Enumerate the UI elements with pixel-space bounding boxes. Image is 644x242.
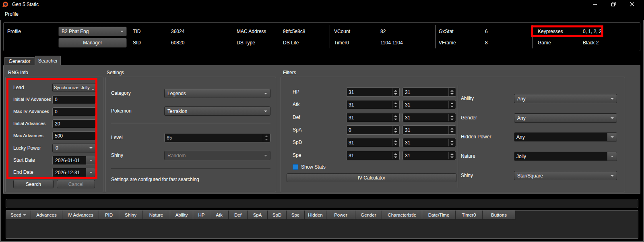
spin-buttons[interactable] — [392, 101, 399, 108]
atk-min-spinbox[interactable]: 31 — [346, 100, 400, 109]
end-date-dropdown-button[interactable] — [86, 168, 95, 177]
column-header-hp[interactable]: HP — [193, 211, 210, 220]
rng-info-title: RNG Info — [8, 70, 28, 75]
spin-up-icon — [450, 128, 454, 129]
lucky-power-combobox[interactable]: 0 — [52, 144, 96, 152]
column-header-date-time[interactable]: Date/Time — [422, 211, 456, 220]
category-combobox[interactable]: Legends — [164, 89, 270, 98]
search-button[interactable]: Search — [13, 180, 54, 188]
column-header-iv-advances[interactable]: IV Advances — [62, 211, 99, 220]
iv-calculator-label: IV Calculator — [358, 175, 386, 181]
column-header-buttons[interactable]: Buttons — [483, 211, 516, 220]
max-iv-advances-value: 0 — [55, 109, 58, 115]
restore-button[interactable] — [604, 0, 623, 9]
spin-buttons[interactable] — [392, 152, 399, 159]
stat-value: 60820 — [171, 38, 184, 48]
column-header-ability[interactable]: Ability — [170, 211, 193, 220]
spa-max-spinbox[interactable]: 31 — [402, 125, 456, 135]
column-header-characteristic[interactable]: Characteristic — [382, 211, 422, 220]
menu-item-profile[interactable]: Profile — [5, 9, 19, 20]
end-date-edit[interactable]: 2026-12-31 — [52, 168, 96, 177]
chevron-down-icon — [611, 136, 614, 138]
nature-dropdown-button[interactable] — [607, 152, 617, 161]
shiny-filter-combobox[interactable]: Star/Square — [514, 171, 617, 180]
spin-up-icon — [394, 140, 397, 142]
spin-buttons[interactable] — [448, 101, 455, 108]
column-header-spe[interactable]: Spe — [287, 211, 305, 220]
hidden-power-dropdown-button[interactable] — [607, 133, 617, 141]
spin-buttons[interactable] — [448, 114, 455, 121]
atk-min-value: 31 — [349, 102, 354, 108]
spin-buttons[interactable] — [392, 88, 399, 96]
spd-min-spinbox[interactable]: 31 — [346, 138, 400, 147]
iv-calculator-button[interactable]: IV Calculator — [287, 173, 456, 182]
shiny-setting-combobox[interactable]: Random — [164, 151, 270, 160]
initial-iv-advances-input[interactable]: 0 — [52, 95, 96, 104]
start-date-dropdown-button[interactable] — [86, 156, 95, 165]
results-table-header: Seed Advances IV Advances PID Shiny Natu… — [6, 211, 638, 220]
stat-label: VFrame — [439, 38, 456, 48]
level-spinbox[interactable]: 65 — [164, 133, 270, 142]
spin-up-icon — [394, 102, 397, 104]
cancel-button[interactable]: Cancel — [57, 180, 95, 188]
def-max-spinbox[interactable]: 31 — [402, 113, 456, 122]
lead-combobox[interactable]: Synchronize :Jolly — [52, 83, 96, 92]
hp-min-spinbox[interactable]: 31 — [346, 88, 400, 97]
def-min-spinbox[interactable]: 31 — [346, 113, 400, 122]
level-value: 65 — [167, 135, 172, 141]
spin-buttons[interactable] — [448, 126, 455, 134]
tab-searcher[interactable]: Searcher — [35, 56, 61, 65]
spin-buttons[interactable] — [392, 114, 399, 121]
spin-buttons[interactable] — [448, 88, 455, 96]
spin-buttons[interactable] — [392, 126, 399, 134]
hidden-power-combobox[interactable]: Any — [514, 132, 617, 142]
initial-advances-input[interactable]: 20 — [52, 119, 96, 128]
close-button[interactable] — [623, 0, 641, 9]
column-header-gender[interactable]: Gender — [355, 211, 382, 220]
column-header-shiny[interactable]: Shiny — [119, 211, 142, 220]
chevron-down-icon — [89, 172, 93, 173]
max-iv-advances-input[interactable]: 0 — [52, 107, 96, 116]
spe-max-spinbox[interactable]: 31 — [402, 151, 456, 160]
column-header-spa[interactable]: SpA — [248, 211, 268, 220]
column-header-timer0[interactable]: Timer0 — [456, 211, 483, 220]
spa-max-value: 31 — [405, 127, 410, 133]
start-date-edit[interactable]: 2026-01-01 — [52, 156, 96, 165]
column-header-power[interactable]: Power — [326, 211, 355, 220]
column-header-spd[interactable]: SpD — [268, 211, 287, 220]
column-header-seed[interactable]: Seed — [6, 211, 31, 220]
atk-max-spinbox[interactable]: 31 — [402, 100, 456, 109]
manager-button[interactable]: Manager — [58, 38, 127, 48]
profile-separator — [232, 25, 232, 48]
max-advances-input[interactable]: 500 — [52, 131, 96, 140]
stat-label-keypresses: Keypresses — [538, 27, 563, 36]
spin-down-icon — [450, 156, 454, 158]
spin-up-icon — [265, 136, 268, 137]
tab-generator[interactable]: Generator — [4, 57, 35, 65]
spe-min-spinbox[interactable]: 31 — [346, 151, 400, 160]
spin-buttons[interactable] — [448, 139, 455, 146]
profile-combobox[interactable]: B2 Phat Eng — [58, 27, 127, 36]
gender-combobox[interactable]: Any — [514, 113, 617, 123]
pokemon-combobox[interactable]: Terrakion — [164, 106, 270, 116]
column-header-pid[interactable]: PID — [99, 211, 119, 220]
column-header-def[interactable]: Def — [229, 211, 248, 220]
nature-combobox[interactable]: Jolly — [514, 152, 617, 161]
spin-buttons[interactable] — [448, 152, 455, 159]
close-icon — [630, 1, 634, 8]
minimize-button[interactable] — [586, 0, 604, 9]
spin-buttons[interactable] — [392, 139, 399, 146]
spd-max-spinbox[interactable]: 31 — [402, 138, 456, 147]
manager-button-label: Manager — [83, 40, 102, 46]
column-header-atk[interactable]: Atk — [210, 211, 229, 220]
column-header-advances[interactable]: Advances — [31, 211, 62, 220]
column-header-nature[interactable]: Nature — [142, 211, 170, 220]
hp-max-spinbox[interactable]: 31 — [402, 88, 456, 97]
ability-combobox[interactable]: Any — [514, 94, 617, 103]
column-header-hidden[interactable]: Hidden — [305, 211, 326, 220]
spin-up-icon — [450, 153, 454, 155]
spa-min-spinbox[interactable]: 0 — [346, 125, 400, 135]
stat-value: DS Lite — [283, 38, 299, 48]
category-value: Legends — [167, 91, 186, 96]
show-stats-checkbox[interactable] — [293, 164, 298, 170]
